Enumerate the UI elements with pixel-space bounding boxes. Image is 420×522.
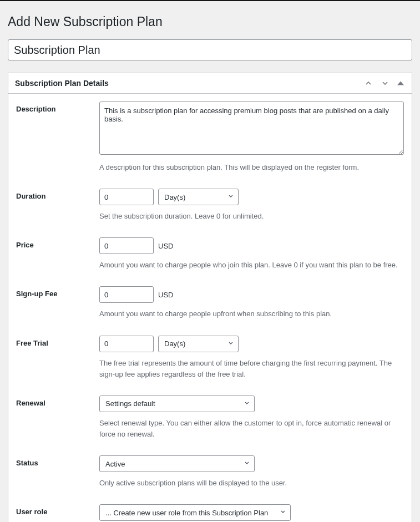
subscription-details-metabox: Subscription Plan Details Description Th…: [8, 73, 412, 522]
metabox-title: Subscription Plan Details: [15, 79, 109, 88]
user-role-select[interactable]: ... Create new user role from this Subsc…: [99, 504, 291, 521]
price-input[interactable]: [99, 237, 154, 254]
svg-marker-0: [397, 81, 404, 85]
toggle-panel-button[interactable]: [396, 79, 405, 88]
description-row: Description This is a subscription plan …: [16, 102, 404, 173]
free-trial-label: Free Trial: [16, 336, 99, 347]
duration-input[interactable]: [99, 189, 154, 205]
free-trial-input[interactable]: [99, 336, 154, 352]
description-textarea[interactable]: This is a subscription plan for accessin…: [99, 102, 404, 155]
free-trial-unit-select[interactable]: Day(s): [158, 336, 239, 352]
plan-title-input[interactable]: [8, 39, 412, 60]
page-title: Add New Subscription Plan: [8, 14, 412, 29]
duration-help: Set the subscription duration. Leave 0 f…: [99, 211, 404, 222]
move-down-button[interactable]: [379, 78, 391, 89]
status-select[interactable]: Active: [99, 455, 255, 472]
duration-label: Duration: [16, 189, 99, 200]
signup-fee-currency: USD: [158, 291, 173, 299]
description-help: A description for this subscription plan…: [99, 162, 404, 173]
move-up-button[interactable]: [363, 78, 374, 89]
status-label: Status: [16, 455, 99, 467]
metabox-header-actions: [363, 78, 405, 89]
duration-unit-select[interactable]: Day(s): [158, 189, 239, 205]
duration-row: Duration Day(s) Set the sub: [16, 189, 404, 222]
free-trial-row: Free Trial Day(s) The free: [16, 336, 404, 380]
signup-fee-help: Amount you want to charge people upfront…: [99, 308, 404, 320]
price-currency: USD: [158, 242, 173, 250]
metabox-body: Description This is a subscription plan …: [8, 94, 412, 522]
chevron-up-icon: [364, 79, 373, 88]
status-row: Status Active Only active subscription p…: [16, 455, 404, 489]
free-trial-help: The free trial represents the amount of …: [99, 358, 404, 380]
signup-fee-label: Sign-up Fee: [16, 286, 99, 298]
caret-up-icon: [397, 80, 404, 87]
price-label: Price: [16, 237, 99, 249]
user-role-row: User role ... Create new user role from …: [16, 504, 404, 522]
metabox-header: Subscription Plan Details: [8, 73, 412, 94]
renewal-label: Renewal: [16, 396, 99, 407]
signup-fee-input[interactable]: [99, 286, 154, 303]
chevron-down-icon: [381, 79, 389, 88]
renewal-help: Select renewal type. You can either allo…: [99, 418, 404, 440]
price-help: Amount you want to charge people who joi…: [99, 260, 404, 271]
window-top-border: [0, 0, 420, 1]
renewal-select[interactable]: Settings default: [99, 396, 255, 412]
signup-fee-row: Sign-up Fee USD Amount you want to charg…: [16, 286, 404, 320]
user-role-label: User role: [16, 504, 99, 516]
description-label: Description: [16, 102, 99, 113]
price-row: Price USD Amount you want to charge peop…: [16, 237, 404, 271]
status-help: Only active subscription plans will be d…: [99, 478, 404, 489]
renewal-row: Renewal Settings default Select renewal …: [16, 396, 404, 440]
